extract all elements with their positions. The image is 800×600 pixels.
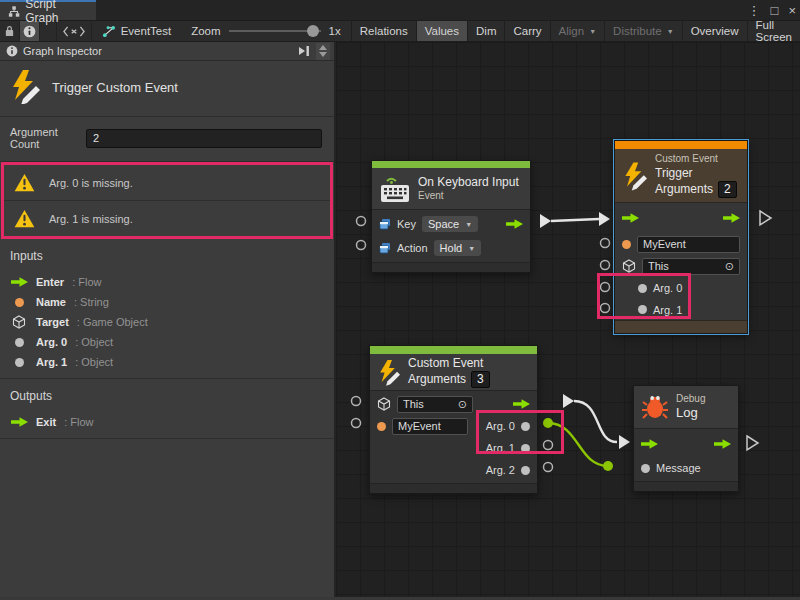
target-field[interactable]: This ⊙	[642, 258, 740, 275]
carry-button[interactable]: Carry	[504, 21, 549, 41]
values-button[interactable]: Values	[416, 21, 467, 41]
port-row-enter: Enter: Flow	[10, 272, 324, 292]
chevron-down-icon: ▼	[468, 245, 475, 252]
lock-button[interactable]	[0, 21, 20, 41]
node-title: Log	[676, 405, 705, 421]
node-footer	[370, 483, 537, 493]
inputs-heading: Inputs	[10, 249, 324, 263]
node-footer	[372, 262, 530, 272]
zoom-slider[interactable]	[229, 20, 321, 42]
unit-title: Trigger Custom Event	[52, 80, 178, 95]
node-title: Trigger	[655, 166, 737, 181]
outputs-section: Outputs Exit: Flow	[0, 378, 334, 439]
window-close-icon[interactable]: ×	[788, 3, 796, 18]
port-circle[interactable]	[601, 239, 610, 248]
asset-breadcrumb[interactable]: EventTest	[92, 21, 182, 41]
argument-count-row: Argument Count 2	[0, 117, 334, 162]
tab-label: Script Graph	[25, 0, 88, 25]
outputs-heading: Outputs	[10, 389, 324, 403]
node-custom-event[interactable]: Custom Event Arguments3 This ⊙ MyEvent	[369, 345, 538, 494]
object-port-icon[interactable]	[641, 464, 650, 473]
connected-value-port[interactable]	[603, 461, 613, 471]
action-dropdown[interactable]: Hold▼	[434, 240, 482, 256]
node-subtitle: Event	[418, 190, 519, 203]
flow-out-port[interactable]	[760, 211, 771, 225]
connected-value-port[interactable]	[543, 418, 553, 428]
flow-out-arrow-icon[interactable]	[723, 213, 740, 223]
flow-out-arrow-icon[interactable]	[513, 399, 530, 409]
zoom-slider-handle[interactable]	[307, 25, 319, 37]
port-circle[interactable]	[544, 441, 553, 450]
spinner-up-icon[interactable]	[319, 45, 327, 50]
window-menu-icon[interactable]: ⋮	[748, 3, 761, 18]
distribute-dropdown[interactable]: Distribute▼	[604, 21, 682, 41]
object-port-icon[interactable]	[521, 422, 530, 431]
flow-in-arrow-icon[interactable]	[641, 439, 658, 449]
port-circle[interactable]	[357, 241, 366, 250]
dock-panel-icon[interactable]	[297, 45, 311, 57]
port-row-arg0: Arg. 0: Object	[10, 332, 324, 352]
gameobject-cube-icon[interactable]	[622, 259, 636, 273]
gameobject-cube-icon[interactable]	[377, 397, 391, 411]
window-maximize-icon[interactable]: □	[771, 3, 779, 18]
object-port-icon[interactable]	[521, 466, 530, 475]
object-port-icon[interactable]	[638, 284, 647, 293]
node-kind: Custom Event	[655, 153, 737, 166]
port-circle[interactable]	[352, 419, 361, 428]
action-label: Action	[397, 242, 428, 254]
node-footer	[615, 320, 747, 333]
spinner-down-icon[interactable]	[319, 52, 327, 57]
argument-count-input[interactable]: 2	[86, 129, 322, 148]
target-field[interactable]: This ⊙	[397, 396, 473, 413]
port-circle[interactable]	[352, 397, 361, 406]
object-port-icon	[15, 358, 24, 367]
graph-toolbar: EventTest Zoom 1x Relations Values Dim C…	[0, 20, 800, 42]
panel-spinner[interactable]	[316, 43, 330, 60]
graph-canvas[interactable]: On Keyboard Input Event Key Space▼	[336, 42, 800, 597]
dim-button[interactable]: Dim	[467, 21, 504, 41]
port-row-exit: Exit: Flow	[10, 412, 324, 432]
flow-out-port[interactable]	[563, 394, 574, 408]
port-circle[interactable]	[601, 283, 610, 292]
object-picker-icon[interactable]: ⊙	[725, 260, 734, 273]
tab-script-graph[interactable]: Script Graph	[0, 0, 96, 20]
key-dropdown[interactable]: Space▼	[422, 216, 478, 232]
relations-button[interactable]: Relations	[351, 21, 416, 41]
inputs-section: Inputs Enter: Flow Name: String Target: …	[0, 239, 334, 378]
event-name-field[interactable]: MyEvent	[392, 418, 468, 435]
flow-in-arrow-icon[interactable]	[622, 213, 639, 223]
string-port-icon[interactable]	[377, 422, 386, 431]
port-circle[interactable]	[357, 217, 366, 226]
value-wire	[548, 423, 608, 466]
node-subtitle: Arguments	[655, 182, 713, 196]
node-footer	[634, 481, 738, 491]
flow-out-port[interactable]	[540, 214, 551, 228]
port-circle[interactable]	[601, 304, 610, 313]
flow-out-arrow-icon[interactable]	[714, 439, 731, 449]
inspector-title: Graph Inspector	[23, 45, 102, 57]
string-port-icon[interactable]	[622, 240, 631, 249]
event-name-field[interactable]: MyEvent	[637, 236, 740, 253]
port-circle[interactable]	[601, 261, 610, 270]
flow-out-arrow-icon[interactable]	[506, 219, 523, 229]
node-trigger-custom-event[interactable]: Custom Event Trigger Arguments2 MyEvent	[614, 140, 748, 334]
object-port-icon[interactable]	[521, 444, 530, 453]
align-dropdown[interactable]: Align▼	[550, 21, 605, 41]
overview-button[interactable]: Overview	[682, 21, 747, 41]
full-screen-button[interactable]: Full Screen	[747, 21, 800, 41]
argument-count-badge: 3	[471, 371, 490, 388]
port-circle[interactable]	[544, 463, 553, 472]
object-port-icon[interactable]	[638, 305, 647, 314]
node-debug-log[interactable]: Debug Log Message	[633, 385, 739, 492]
flow-out-port[interactable]	[747, 436, 758, 450]
node-kind: Debug	[676, 393, 705, 406]
bug-icon	[642, 393, 668, 421]
arg-label: Arg. 0	[486, 420, 515, 432]
flow-wire-arrowhead	[599, 212, 610, 226]
flow-arrow-icon	[11, 417, 28, 427]
gameobject-cube-icon	[12, 315, 26, 329]
object-picker-icon[interactable]: ⊙	[458, 398, 467, 411]
node-on-keyboard-input[interactable]: On Keyboard Input Event Key Space▼	[371, 160, 531, 273]
string-port-icon	[15, 298, 24, 307]
message-label: Message	[656, 462, 701, 474]
